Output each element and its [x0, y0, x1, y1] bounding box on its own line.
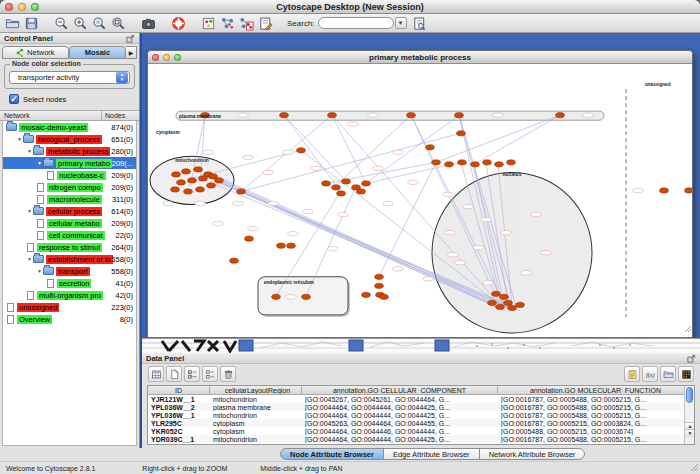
graph-node[interactable] — [445, 162, 454, 167]
graph-node[interactable] — [495, 162, 504, 167]
graph-node[interactable] — [337, 191, 346, 196]
zoom-fit-icon[interactable] — [111, 16, 126, 31]
column-header[interactable]: annotation.GO CELLULAR_COMPONENT — [302, 386, 498, 394]
graph-node[interactable] — [207, 183, 216, 188]
tree-row[interactable]: response to stimul264(0) — [3, 241, 136, 253]
tree-row[interactable]: ▼transport558(0) — [3, 265, 136, 277]
graph-node[interactable] — [272, 294, 281, 299]
tree-row[interactable]: ▼primary metabo209(... — [3, 157, 136, 169]
graph-node[interactable] — [171, 187, 180, 192]
tree-row[interactable]: ▼establishment of lo558(0) — [3, 253, 136, 265]
expand-arrow-icon[interactable]: ▼ — [16, 136, 23, 142]
graph-node[interactable] — [507, 160, 516, 165]
node-color-dropdown[interactable]: transporter activity ▲▼ — [9, 71, 130, 84]
tree-row[interactable]: multi-organism pro42(0) — [3, 289, 136, 301]
scroll-down-arrow[interactable]: ▼ — [685, 429, 695, 437]
graph-edge[interactable] — [436, 115, 560, 162]
table-row[interactable]: YLR295Ccytoplasm[GO:0045263, GO:0044464,… — [148, 419, 694, 427]
graph-node[interactable] — [660, 188, 669, 193]
column-header[interactable]: _cellularLayoutRegion — [210, 386, 302, 394]
graph-node[interactable] — [375, 274, 384, 279]
graph-node[interactable] — [182, 169, 191, 174]
search-dropdown-button[interactable]: ▼ — [395, 17, 407, 29]
graph-node[interactable] — [483, 160, 492, 165]
graph-node[interactable] — [199, 176, 208, 181]
graph-node[interactable] — [362, 292, 371, 297]
tree-row[interactable]: ▼cellular process614(0) — [3, 205, 136, 217]
frame-resize-grip[interactable] — [683, 319, 692, 337]
new-attribute-icon[interactable] — [166, 366, 182, 382]
import-attributes-icon[interactable] — [660, 366, 676, 382]
browser-tab-network[interactable]: Network Attribute Browser — [479, 448, 586, 460]
delete-attribute-icon[interactable] — [220, 366, 236, 382]
save-icon[interactable] — [24, 16, 39, 31]
graph-node[interactable] — [496, 304, 505, 309]
graph-node[interactable] — [172, 172, 181, 177]
snapshot-icon[interactable] — [141, 16, 156, 31]
graph-node[interactable] — [357, 189, 366, 194]
graph-node[interactable] — [500, 294, 509, 299]
graph-node[interactable] — [471, 162, 480, 167]
graph-node[interactable] — [322, 181, 331, 186]
graph-node[interactable] — [458, 160, 467, 165]
graph-node[interactable] — [342, 179, 351, 184]
tree-row[interactable]: mosaic-demo-yeast874(0) — [3, 121, 136, 133]
graph-node[interactable] — [328, 113, 337, 118]
graph-node[interactable] — [194, 167, 203, 172]
graph-node[interactable] — [508, 305, 517, 310]
graph-edge[interactable] — [241, 133, 461, 191]
column-header[interactable]: ID — [148, 386, 210, 394]
table-row[interactable]: YKR052Ccytoplasm[GO:0044464, GO:0044446,… — [148, 427, 694, 435]
zoom-out-icon[interactable] — [54, 16, 69, 31]
graph-node[interactable] — [280, 113, 289, 118]
tree-row[interactable]: ▼biological_process651(0) — [3, 133, 136, 145]
graph-node[interactable] — [302, 294, 311, 299]
attribute-batch-icon[interactable] — [202, 366, 218, 382]
graph-node[interactable] — [184, 189, 193, 194]
column-header[interactable]: annotation.GO MOLECULAR_FUNCTION — [498, 386, 694, 394]
graph-node[interactable] — [556, 113, 565, 118]
tab-overflow-button[interactable]: ▶ — [126, 46, 137, 59]
graph-edge[interactable] — [474, 115, 560, 164]
network-create-icon[interactable] — [220, 16, 235, 31]
graph-node[interactable] — [215, 178, 224, 183]
tree-row[interactable]: cellular metabo209(0) — [3, 217, 136, 229]
zoom-in-icon[interactable] — [73, 16, 88, 31]
expand-arrow-icon[interactable]: ▼ — [36, 160, 43, 166]
graph-edge[interactable] — [379, 162, 436, 276]
expand-arrow-icon[interactable]: ▼ — [26, 148, 33, 154]
graph-node[interactable] — [455, 113, 464, 118]
table-row[interactable]: YDR039C__1mitochondrion[GO:0044464, GO:0… — [148, 435, 694, 443]
graph-node[interactable] — [516, 302, 525, 307]
graph-node[interactable] — [380, 294, 389, 299]
select-attributes-icon[interactable] — [184, 366, 200, 382]
tab-network[interactable]: Network — [2, 46, 69, 59]
float-panel-icon[interactable] — [126, 34, 135, 43]
tab-mosaic[interactable]: Mosaic — [69, 46, 126, 59]
search-advanced-icon[interactable] — [412, 16, 427, 31]
graph-node[interactable] — [230, 258, 239, 263]
graph-node[interactable] — [245, 236, 254, 241]
graph-node[interactable] — [177, 180, 186, 185]
graph-node[interactable] — [277, 243, 286, 248]
graph-node[interactable] — [492, 291, 501, 296]
tree-row[interactable]: secretion41(0) — [3, 277, 136, 289]
help-icon[interactable] — [171, 16, 186, 31]
graph-node[interactable] — [426, 145, 435, 150]
graph-node[interactable] — [504, 300, 513, 305]
vizmapper-icon[interactable] — [201, 16, 216, 31]
graph-node[interactable] — [457, 131, 466, 136]
float-data-panel-icon[interactable] — [687, 354, 696, 363]
graph-node[interactable] — [188, 178, 197, 183]
table-row[interactable]: YPL036W__1mitochondrion[GO:0044464, GO:0… — [148, 411, 694, 419]
table-row[interactable]: YJR121W__1mitochondrion[GO:0045267, GO:0… — [148, 395, 694, 403]
tree-row[interactable]: ▼metabolic process280(0) — [3, 145, 136, 157]
scrollbar-thumb[interactable] — [686, 387, 693, 403]
search-input[interactable] — [318, 17, 394, 29]
network-import-icon[interactable] — [239, 16, 254, 31]
function-icon[interactable]: f(x) — [642, 366, 658, 382]
browser-tab-node[interactable]: Node Attribute Browser — [280, 448, 384, 460]
tree-row[interactable]: nitrogen compo209(0) — [3, 181, 136, 193]
browser-tab-edge[interactable]: Edge Attribute Browser — [383, 448, 480, 460]
notepad-icon[interactable] — [624, 366, 640, 382]
